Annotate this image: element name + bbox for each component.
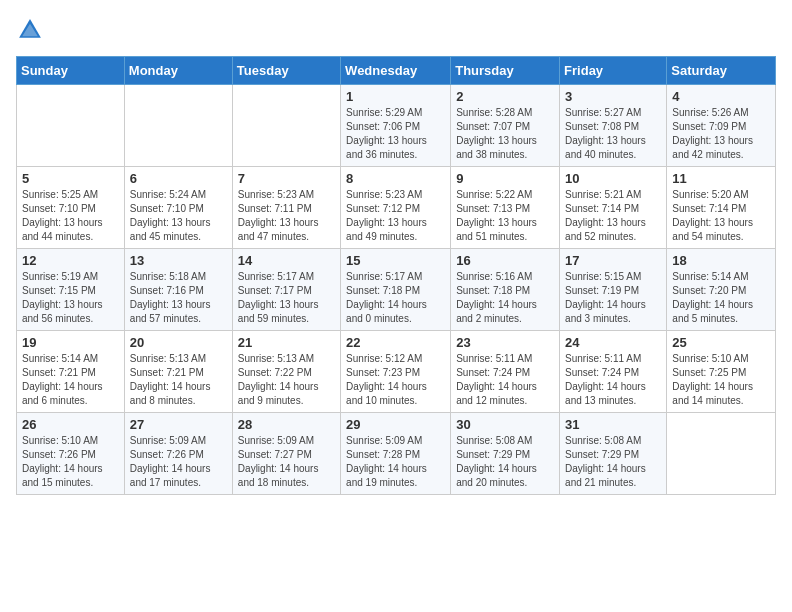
day-number: 18: [672, 253, 770, 268]
cell-content: Sunrise: 5:10 AMSunset: 7:26 PMDaylight:…: [22, 434, 119, 490]
calendar-body: 1Sunrise: 5:29 AMSunset: 7:06 PMDaylight…: [17, 85, 776, 495]
calendar-cell: 26Sunrise: 5:10 AMSunset: 7:26 PMDayligh…: [17, 413, 125, 495]
cell-content: Sunrise: 5:27 AMSunset: 7:08 PMDaylight:…: [565, 106, 661, 162]
cell-content: Sunrise: 5:08 AMSunset: 7:29 PMDaylight:…: [565, 434, 661, 490]
cell-content: Sunrise: 5:19 AMSunset: 7:15 PMDaylight:…: [22, 270, 119, 326]
day-number: 9: [456, 171, 554, 186]
calendar-cell: 17Sunrise: 5:15 AMSunset: 7:19 PMDayligh…: [560, 249, 667, 331]
calendar-cell: 2Sunrise: 5:28 AMSunset: 7:07 PMDaylight…: [451, 85, 560, 167]
header-cell-friday: Friday: [560, 57, 667, 85]
calendar-cell: 22Sunrise: 5:12 AMSunset: 7:23 PMDayligh…: [341, 331, 451, 413]
week-row-2: 5Sunrise: 5:25 AMSunset: 7:10 PMDaylight…: [17, 167, 776, 249]
cell-content: Sunrise: 5:23 AMSunset: 7:12 PMDaylight:…: [346, 188, 445, 244]
calendar-cell: 24Sunrise: 5:11 AMSunset: 7:24 PMDayligh…: [560, 331, 667, 413]
logo-icon: [16, 16, 44, 44]
calendar-cell: 27Sunrise: 5:09 AMSunset: 7:26 PMDayligh…: [124, 413, 232, 495]
day-number: 16: [456, 253, 554, 268]
day-number: 4: [672, 89, 770, 104]
calendar-table: SundayMondayTuesdayWednesdayThursdayFrid…: [16, 56, 776, 495]
calendar-cell: 5Sunrise: 5:25 AMSunset: 7:10 PMDaylight…: [17, 167, 125, 249]
calendar-cell: 1Sunrise: 5:29 AMSunset: 7:06 PMDaylight…: [341, 85, 451, 167]
cell-content: Sunrise: 5:20 AMSunset: 7:14 PMDaylight:…: [672, 188, 770, 244]
cell-content: Sunrise: 5:18 AMSunset: 7:16 PMDaylight:…: [130, 270, 227, 326]
day-number: 8: [346, 171, 445, 186]
day-number: 20: [130, 335, 227, 350]
cell-content: Sunrise: 5:12 AMSunset: 7:23 PMDaylight:…: [346, 352, 445, 408]
header-cell-saturday: Saturday: [667, 57, 776, 85]
day-number: 14: [238, 253, 335, 268]
day-number: 28: [238, 417, 335, 432]
day-number: 25: [672, 335, 770, 350]
cell-content: Sunrise: 5:24 AMSunset: 7:10 PMDaylight:…: [130, 188, 227, 244]
week-row-3: 12Sunrise: 5:19 AMSunset: 7:15 PMDayligh…: [17, 249, 776, 331]
calendar-cell: 4Sunrise: 5:26 AMSunset: 7:09 PMDaylight…: [667, 85, 776, 167]
cell-content: Sunrise: 5:10 AMSunset: 7:25 PMDaylight:…: [672, 352, 770, 408]
cell-content: Sunrise: 5:23 AMSunset: 7:11 PMDaylight:…: [238, 188, 335, 244]
cell-content: Sunrise: 5:11 AMSunset: 7:24 PMDaylight:…: [565, 352, 661, 408]
day-number: 24: [565, 335, 661, 350]
day-number: 3: [565, 89, 661, 104]
calendar-cell: 18Sunrise: 5:14 AMSunset: 7:20 PMDayligh…: [667, 249, 776, 331]
week-row-4: 19Sunrise: 5:14 AMSunset: 7:21 PMDayligh…: [17, 331, 776, 413]
calendar-cell: 29Sunrise: 5:09 AMSunset: 7:28 PMDayligh…: [341, 413, 451, 495]
cell-content: Sunrise: 5:17 AMSunset: 7:18 PMDaylight:…: [346, 270, 445, 326]
calendar-cell: [232, 85, 340, 167]
cell-content: Sunrise: 5:09 AMSunset: 7:28 PMDaylight:…: [346, 434, 445, 490]
calendar-cell: 7Sunrise: 5:23 AMSunset: 7:11 PMDaylight…: [232, 167, 340, 249]
calendar-cell: 12Sunrise: 5:19 AMSunset: 7:15 PMDayligh…: [17, 249, 125, 331]
day-number: 22: [346, 335, 445, 350]
header-cell-sunday: Sunday: [17, 57, 125, 85]
day-number: 12: [22, 253, 119, 268]
calendar-cell: 16Sunrise: 5:16 AMSunset: 7:18 PMDayligh…: [451, 249, 560, 331]
cell-content: Sunrise: 5:09 AMSunset: 7:26 PMDaylight:…: [130, 434, 227, 490]
day-number: 13: [130, 253, 227, 268]
cell-content: Sunrise: 5:14 AMSunset: 7:21 PMDaylight:…: [22, 352, 119, 408]
day-number: 21: [238, 335, 335, 350]
calendar-cell: 10Sunrise: 5:21 AMSunset: 7:14 PMDayligh…: [560, 167, 667, 249]
calendar-cell: 14Sunrise: 5:17 AMSunset: 7:17 PMDayligh…: [232, 249, 340, 331]
cell-content: Sunrise: 5:14 AMSunset: 7:20 PMDaylight:…: [672, 270, 770, 326]
day-number: 5: [22, 171, 119, 186]
calendar-cell: 3Sunrise: 5:27 AMSunset: 7:08 PMDaylight…: [560, 85, 667, 167]
day-number: 10: [565, 171, 661, 186]
header-cell-thursday: Thursday: [451, 57, 560, 85]
day-number: 17: [565, 253, 661, 268]
day-number: 31: [565, 417, 661, 432]
calendar-cell: 23Sunrise: 5:11 AMSunset: 7:24 PMDayligh…: [451, 331, 560, 413]
calendar-cell: 30Sunrise: 5:08 AMSunset: 7:29 PMDayligh…: [451, 413, 560, 495]
calendar-cell: [124, 85, 232, 167]
cell-content: Sunrise: 5:15 AMSunset: 7:19 PMDaylight:…: [565, 270, 661, 326]
day-number: 6: [130, 171, 227, 186]
calendar-header: SundayMondayTuesdayWednesdayThursdayFrid…: [17, 57, 776, 85]
cell-content: Sunrise: 5:08 AMSunset: 7:29 PMDaylight:…: [456, 434, 554, 490]
day-number: 30: [456, 417, 554, 432]
calendar-cell: 9Sunrise: 5:22 AMSunset: 7:13 PMDaylight…: [451, 167, 560, 249]
day-number: 29: [346, 417, 445, 432]
cell-content: Sunrise: 5:17 AMSunset: 7:17 PMDaylight:…: [238, 270, 335, 326]
logo: [16, 16, 48, 44]
header-cell-tuesday: Tuesday: [232, 57, 340, 85]
calendar-cell: 6Sunrise: 5:24 AMSunset: 7:10 PMDaylight…: [124, 167, 232, 249]
day-number: 1: [346, 89, 445, 104]
day-number: 27: [130, 417, 227, 432]
calendar-cell: 21Sunrise: 5:13 AMSunset: 7:22 PMDayligh…: [232, 331, 340, 413]
calendar-cell: [667, 413, 776, 495]
page-header: [16, 16, 776, 44]
calendar-cell: 20Sunrise: 5:13 AMSunset: 7:21 PMDayligh…: [124, 331, 232, 413]
cell-content: Sunrise: 5:09 AMSunset: 7:27 PMDaylight:…: [238, 434, 335, 490]
cell-content: Sunrise: 5:21 AMSunset: 7:14 PMDaylight:…: [565, 188, 661, 244]
header-cell-monday: Monday: [124, 57, 232, 85]
cell-content: Sunrise: 5:16 AMSunset: 7:18 PMDaylight:…: [456, 270, 554, 326]
calendar-cell: 8Sunrise: 5:23 AMSunset: 7:12 PMDaylight…: [341, 167, 451, 249]
week-row-1: 1Sunrise: 5:29 AMSunset: 7:06 PMDaylight…: [17, 85, 776, 167]
cell-content: Sunrise: 5:26 AMSunset: 7:09 PMDaylight:…: [672, 106, 770, 162]
cell-content: Sunrise: 5:13 AMSunset: 7:22 PMDaylight:…: [238, 352, 335, 408]
cell-content: Sunrise: 5:13 AMSunset: 7:21 PMDaylight:…: [130, 352, 227, 408]
calendar-cell: 19Sunrise: 5:14 AMSunset: 7:21 PMDayligh…: [17, 331, 125, 413]
cell-content: Sunrise: 5:25 AMSunset: 7:10 PMDaylight:…: [22, 188, 119, 244]
header-cell-wednesday: Wednesday: [341, 57, 451, 85]
calendar-cell: 25Sunrise: 5:10 AMSunset: 7:25 PMDayligh…: [667, 331, 776, 413]
calendar-cell: 15Sunrise: 5:17 AMSunset: 7:18 PMDayligh…: [341, 249, 451, 331]
calendar-cell: 13Sunrise: 5:18 AMSunset: 7:16 PMDayligh…: [124, 249, 232, 331]
day-number: 23: [456, 335, 554, 350]
